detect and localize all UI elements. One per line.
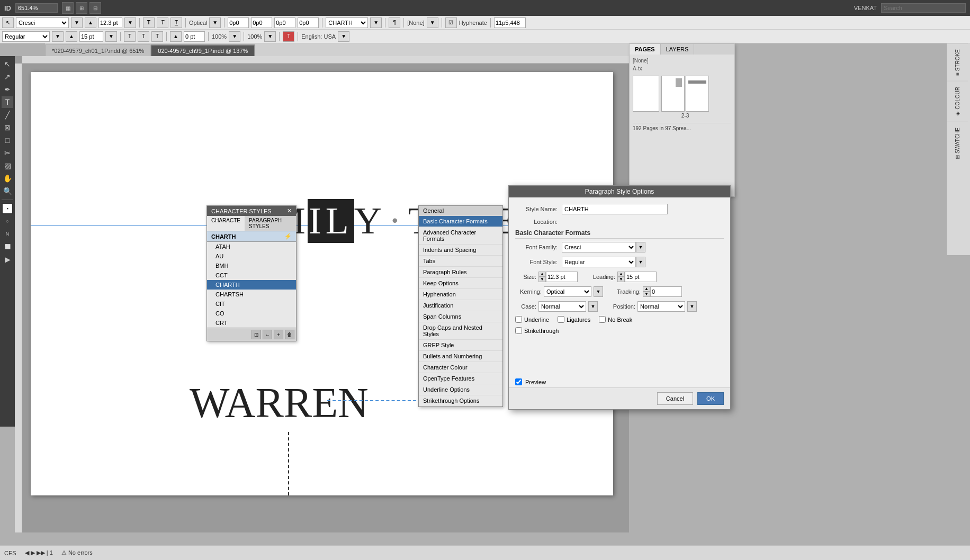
- csp-para-tab[interactable]: PARAGRAPH STYLES: [245, 216, 296, 231]
- style-type-select[interactable]: Regular: [2, 31, 50, 42]
- csp-close-icon[interactable]: ✕: [287, 207, 292, 214]
- csp-item-cct[interactable]: CCT: [207, 270, 296, 280]
- text-btn-3[interactable]: T: [151, 31, 163, 42]
- pso-menu-drop-caps[interactable]: Drop Caps and Nested Styles: [419, 322, 502, 340]
- pso-menu-just[interactable]: Justification: [419, 300, 502, 311]
- font-family-btn[interactable]: ▼: [636, 242, 645, 252]
- csp-item-charth[interactable]: CHARTH: [207, 280, 296, 290]
- rect-frame[interactable]: ⊠: [2, 122, 13, 133]
- kerning-btn[interactable]: ▼: [594, 286, 603, 297]
- search-input[interactable]: [881, 3, 966, 13]
- layers-tab[interactable]: LAYERS: [661, 44, 695, 55]
- hand-tool[interactable]: ✋: [2, 173, 13, 184]
- tracking-input[interactable]: [228, 17, 249, 28]
- no-break-checkbox[interactable]: [599, 316, 606, 323]
- scale-dropdown[interactable]: ▼: [264, 31, 276, 42]
- pso-menu-span[interactable]: Span Columns: [419, 311, 502, 322]
- leading-input[interactable]: 15 pt: [625, 272, 657, 282]
- strikethrough-checkbox[interactable]: [515, 327, 522, 334]
- cols-input[interactable]: 11p5,448: [494, 17, 526, 28]
- font-size-down[interactable]: ▼: [124, 17, 136, 28]
- zoom-input[interactable]: 651.4%: [15, 3, 58, 13]
- hyphenate-check[interactable]: ☑: [445, 17, 457, 28]
- font-family-dropdown[interactable]: Cresci: [562, 242, 636, 252]
- ligatures-checkbox[interactable]: [558, 316, 564, 323]
- page-thumb-3[interactable]: [686, 76, 709, 112]
- expand-btn[interactable]: ▶: [2, 254, 13, 265]
- csp-item-cit[interactable]: CIT: [207, 299, 296, 309]
- csp-item-co[interactable]: CO: [207, 309, 296, 318]
- csp-item-crt[interactable]: CRT: [207, 318, 296, 328]
- pen-tool[interactable]: ✒: [2, 84, 13, 95]
- tracking-down-btn[interactable]: ▼: [643, 292, 650, 297]
- case-dropdown[interactable]: Normal: [538, 301, 586, 312]
- csp-item-au[interactable]: AU: [207, 251, 296, 261]
- csp-item-bmh[interactable]: BMH: [207, 261, 296, 270]
- pso-menu-strikethrough[interactable]: Strikethrough Options: [419, 395, 502, 407]
- style-dropdown[interactable]: ▼: [370, 17, 382, 28]
- underline-checkbox[interactable]: [515, 316, 522, 323]
- position-btn[interactable]: ▼: [687, 301, 697, 312]
- tracking-input[interactable]: 0: [650, 286, 682, 297]
- stroke-panel-btn[interactable]: ≡ STROKE: [947, 43, 968, 81]
- text-btn-2[interactable]: T: [138, 31, 149, 42]
- text-btn-1[interactable]: T: [124, 31, 136, 42]
- direct-selection[interactable]: ↗: [2, 71, 13, 83]
- csp-add-icon[interactable]: +: [274, 330, 283, 339]
- fill-indicator[interactable]: ▪: [2, 203, 13, 214]
- kerning-dropdown[interactable]: Optical: [544, 286, 591, 297]
- layout-icon[interactable]: ▦: [62, 2, 74, 14]
- csp-item-atah[interactable]: ATAH: [207, 242, 296, 251]
- stroke-indicator[interactable]: ○: [2, 215, 13, 227]
- csp-arrow-icon[interactable]: ←: [263, 330, 272, 339]
- leading-up[interactable]: ▲: [66, 31, 77, 42]
- leading-down-btn[interactable]: ▼: [617, 277, 625, 282]
- indent-input[interactable]: [251, 17, 272, 28]
- mode-normal[interactable]: N: [2, 228, 13, 240]
- cancel-button[interactable]: Cancel: [657, 392, 693, 405]
- align-up[interactable]: ▲: [170, 31, 182, 42]
- font-style-btn[interactable]: ▼: [636, 257, 645, 267]
- pso-menu-adv-char[interactable]: Advanced Character Formats: [419, 227, 502, 245]
- gradient-tool[interactable]: ▨: [2, 160, 13, 171]
- leading-down[interactable]: ▼: [105, 31, 117, 42]
- pso-menu-opentype[interactable]: OpenType Features: [419, 373, 502, 384]
- pso-menu-hyph[interactable]: Hyphenation: [419, 289, 502, 300]
- view-icon[interactable]: ⊞: [76, 2, 87, 14]
- pso-menu-grep[interactable]: GREP Style: [419, 340, 502, 351]
- font-size-up[interactable]: ▲: [85, 17, 96, 28]
- pso-menu-bullets[interactable]: Bullets and Numbering: [419, 351, 502, 362]
- leading-input[interactable]: 15 pt: [79, 31, 103, 42]
- kerning-dropdown[interactable]: ▼: [209, 17, 221, 28]
- font-family-select[interactable]: Cresci: [16, 17, 69, 28]
- tool-select-btn[interactable]: ↖: [2, 17, 14, 28]
- pages-tab[interactable]: PAGES: [630, 44, 661, 55]
- text-frame-btn[interactable]: T: [283, 31, 294, 42]
- size-up-btn[interactable]: ▲: [538, 272, 546, 277]
- size-down-btn[interactable]: ▼: [538, 277, 546, 282]
- ok-button[interactable]: OK: [697, 392, 724, 405]
- type-tool[interactable]: T: [2, 96, 13, 108]
- space-before-input[interactable]: [274, 17, 295, 28]
- position-dropdown[interactable]: Normal: [637, 301, 685, 312]
- csp-delete-icon[interactable]: 🗑: [285, 330, 294, 339]
- tab-1[interactable]: *020-49579_ch01_1P.indd @ 651%: [45, 44, 151, 56]
- font-size-input[interactable]: 12.3 pt: [98, 17, 122, 28]
- style-type-dropdown[interactable]: ▼: [52, 31, 64, 42]
- leading-up-btn[interactable]: ▲: [617, 272, 625, 277]
- pso-menu-keep[interactable]: Keep Options: [419, 278, 502, 289]
- underline-btn[interactable]: T: [170, 17, 182, 28]
- paragraph-settings[interactable]: ¶: [389, 17, 400, 28]
- colour-panel-btn[interactable]: ◈ COLOUR: [947, 81, 968, 122]
- page-thumb-2[interactable]: [661, 76, 685, 112]
- none-dropdown[interactable]: ▼: [427, 17, 438, 28]
- pso-menu-tabs[interactable]: Tabs: [419, 256, 502, 267]
- tab-2[interactable]: 020-49579_ch99_1P.indd @ 137%: [151, 44, 255, 56]
- pso-menu-para-rules[interactable]: Paragraph Rules: [419, 267, 502, 278]
- csp-page-icon[interactable]: ⊡: [252, 330, 261, 339]
- page-thumb-1[interactable]: [633, 76, 659, 112]
- baseline-input[interactable]: [184, 31, 205, 42]
- pso-menu-general[interactable]: General: [419, 206, 502, 216]
- swatches-panel-btn[interactable]: ⊞ SWATCHE: [947, 122, 968, 165]
- mode-preview[interactable]: ⬜: [2, 241, 13, 252]
